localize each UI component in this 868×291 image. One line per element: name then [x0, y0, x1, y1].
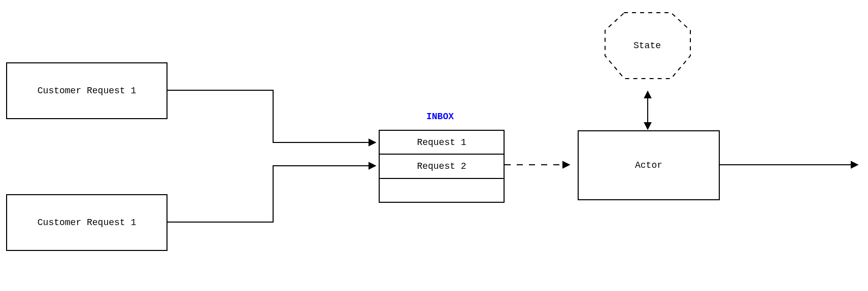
inbox-row-label: Request 2: [417, 161, 466, 171]
customer-request-1-label: Customer Request 1: [38, 86, 136, 96]
state-label: State: [633, 41, 661, 51]
inbox-box: Request 1 Request 2: [379, 130, 505, 203]
diagram-stage: Customer Request 1 Customer Request 1 IN…: [0, 0, 868, 291]
customer-request-1-box: Customer Request 1: [6, 62, 168, 119]
customer-request-2-box: Customer Request 1: [6, 194, 168, 251]
actor-label: Actor: [635, 160, 662, 170]
customer-request-2-label: Customer Request 1: [38, 217, 136, 228]
edge-customer2-inbox: [165, 166, 376, 222]
edge-customer1-inbox: [165, 90, 376, 142]
inbox-row: Request 2: [380, 154, 504, 177]
inbox-row: [380, 178, 504, 202]
inbox-title: INBOX: [426, 112, 454, 122]
inbox-row: Request 1: [380, 131, 504, 154]
actor-box: Actor: [578, 130, 720, 200]
inbox-row-label: Request 1: [417, 137, 466, 148]
